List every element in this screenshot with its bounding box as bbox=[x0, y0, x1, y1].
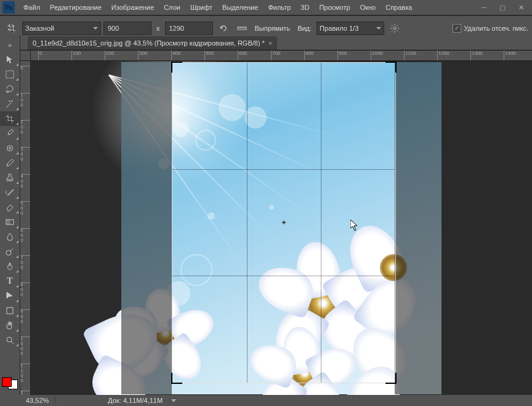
tool-history-brush[interactable] bbox=[0, 185, 20, 200]
window-maximize-icon[interactable]: ▢ bbox=[494, 2, 511, 13]
tool-lasso[interactable] bbox=[0, 82, 20, 97]
svg-point-2 bbox=[393, 27, 396, 30]
menu-window[interactable]: Окно bbox=[355, 0, 381, 15]
tool-brush[interactable] bbox=[0, 156, 20, 170]
cursor-icon bbox=[350, 220, 360, 233]
window-close-icon[interactable]: ✕ bbox=[512, 2, 530, 13]
tool-dodge[interactable] bbox=[0, 244, 20, 259]
tool-gradient[interactable] bbox=[0, 215, 20, 229]
flyout-arrow-icon[interactable]: » bbox=[0, 38, 20, 52]
view-mode-dropdown[interactable]: Правило 1/3 bbox=[316, 22, 384, 35]
check-icon: ✓ bbox=[454, 25, 459, 31]
view-mode-value: Правило 1/3 bbox=[320, 25, 358, 32]
svg-rect-3 bbox=[6, 71, 14, 78]
tool-rect-marquee[interactable] bbox=[0, 67, 20, 82]
delete-cropped-label: Удалить отсеч. пикс. bbox=[464, 25, 528, 32]
menu-image[interactable]: Изображение bbox=[107, 0, 159, 15]
menu-3d[interactable]: 3D bbox=[296, 0, 314, 15]
tool-shape[interactable] bbox=[0, 303, 20, 318]
crop-tool-icon[interactable] bbox=[4, 20, 20, 36]
menu-help[interactable]: Справка bbox=[381, 0, 417, 15]
clear-crop-icon[interactable] bbox=[216, 20, 232, 36]
svg-point-4 bbox=[7, 91, 9, 93]
document-area: 0_11e9d2_d8d10e15_orig.jpg @ 43,5% (Прос… bbox=[20, 35, 532, 395]
tool-eyedropper[interactable] bbox=[0, 126, 20, 141]
tool-move[interactable] bbox=[0, 52, 20, 67]
top-menu-bar: Ps Файл Редактирование Изображение Слои … bbox=[0, 0, 532, 15]
tool-magic-wand[interactable] bbox=[0, 97, 20, 111]
crop-handle-tl[interactable] bbox=[171, 62, 182, 73]
ruler-horizontal[interactable]: 0100200300400500600700800900100011001200… bbox=[20, 50, 532, 61]
color-swatches[interactable] bbox=[2, 378, 17, 389]
straighten-button[interactable]: Выпрямить bbox=[252, 25, 293, 32]
dimension-separator: x bbox=[154, 25, 163, 32]
crop-handle-bl[interactable] bbox=[171, 373, 182, 384]
ratio-label: Заказной bbox=[25, 25, 54, 32]
crop-handle-tr[interactable] bbox=[385, 62, 397, 73]
tool-hand[interactable] bbox=[0, 318, 20, 333]
menu-type[interactable]: Шрифт bbox=[185, 0, 217, 15]
delete-cropped-checkbox[interactable]: ✓ Удалить отсеч. пикс. bbox=[453, 24, 528, 33]
window-minimize-icon[interactable]: ─ bbox=[475, 2, 493, 13]
crop-options-gear-icon[interactable] bbox=[387, 20, 403, 36]
crop-center-icon: ✦ bbox=[281, 218, 287, 227]
swatch-foreground[interactable] bbox=[2, 377, 12, 387]
tool-zoom[interactable] bbox=[0, 333, 20, 348]
svg-point-7 bbox=[6, 250, 11, 255]
toolbox: » T bbox=[0, 35, 20, 395]
view-label: Вид: bbox=[295, 25, 314, 32]
document-tab[interactable]: 0_11e9d2_d8d10e15_orig.jpg @ 43,5% (Прос… bbox=[28, 36, 277, 50]
document-tabs: 0_11e9d2_d8d10e15_orig.jpg @ 43,5% (Прос… bbox=[20, 35, 532, 50]
status-doc-size[interactable]: Док: 4,11M/4,11M bbox=[102, 397, 169, 404]
tool-pen[interactable] bbox=[0, 259, 20, 274]
crop-handle-br[interactable] bbox=[385, 373, 397, 384]
tool-path-select[interactable] bbox=[0, 289, 20, 303]
app-logo-ps[interactable]: Ps bbox=[2, 1, 15, 14]
ruler-vertical[interactable]: 0100200300400500600700800900100011001200 bbox=[20, 61, 31, 395]
menu-file[interactable]: Файл bbox=[18, 0, 45, 15]
status-zoom[interactable]: 43,52% bbox=[20, 397, 55, 404]
tool-healing[interactable] bbox=[0, 141, 20, 156]
crop-box[interactable]: ✦ bbox=[172, 62, 396, 383]
tool-crop[interactable] bbox=[0, 111, 20, 126]
menu-layers[interactable]: Слои bbox=[159, 0, 185, 15]
status-bar: 43,52% Док: 4,11M/4,11M bbox=[0, 395, 532, 406]
tool-blur[interactable] bbox=[0, 229, 20, 244]
svg-point-9 bbox=[7, 337, 12, 342]
crop-height-input[interactable]: 1290 bbox=[165, 22, 213, 35]
menu-select[interactable]: Выделение bbox=[217, 0, 263, 15]
straighten-icon[interactable] bbox=[234, 20, 250, 36]
tool-stamp[interactable] bbox=[0, 170, 20, 185]
ratio-dropdown[interactable]: Заказной bbox=[22, 22, 101, 35]
canvas-image[interactable]: ✦ bbox=[121, 62, 441, 394]
menu-edit[interactable]: Редактирование bbox=[45, 0, 107, 15]
status-menu-arrow-icon[interactable] bbox=[171, 399, 176, 402]
tool-eraser[interactable] bbox=[0, 200, 20, 215]
svg-rect-8 bbox=[7, 308, 13, 314]
menu-view[interactable]: Просмотр bbox=[314, 0, 355, 15]
tab-close-icon[interactable]: × bbox=[268, 39, 272, 47]
document-tab-title: 0_11e9d2_d8d10e15_orig.jpg @ 43,5% (Прос… bbox=[33, 39, 265, 47]
menu-filter[interactable]: Фильтр bbox=[263, 0, 296, 15]
crop-width-input[interactable]: 900 bbox=[103, 22, 151, 35]
tool-type[interactable]: T bbox=[0, 274, 20, 289]
canvas-viewport[interactable]: ✦ bbox=[31, 61, 532, 395]
